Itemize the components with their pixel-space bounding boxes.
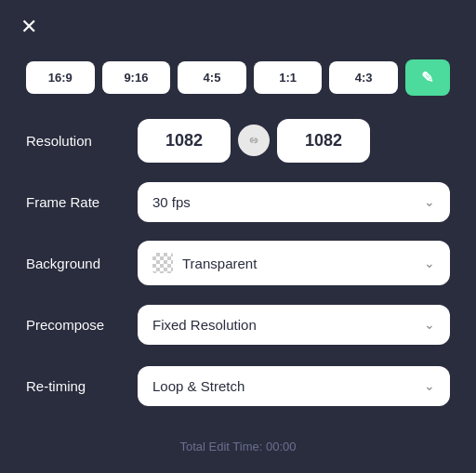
edit-icon: ✎ [421, 69, 433, 86]
background-value: Transparent [182, 256, 257, 271]
settings-panel: ✕ 16:9 9:16 4:5 1:1 4:3 ✎ Resolution 108… [0, 0, 476, 473]
resolution-width-input[interactable]: 1082 [138, 119, 231, 163]
chevron-down-icon: ⌄ [424, 256, 435, 270]
link-icon[interactable] [238, 125, 270, 156]
ar-16-9[interactable]: 16:9 [26, 61, 95, 94]
close-button[interactable]: ✕ [20, 17, 37, 37]
ar-1-1[interactable]: 1:1 [254, 61, 323, 94]
edit-aspect-ratio-button[interactable]: ✎ [405, 59, 450, 96]
chevron-down-icon: ⌄ [424, 378, 435, 393]
frame-rate-value: 30 fps [152, 194, 191, 210]
total-edit-time: Total Edit Time: 00:00 [179, 440, 296, 453]
background-dropdown[interactable]: Transparent ⌄ [138, 241, 450, 285]
aspect-ratio-row: 16:9 9:16 4:5 1:1 4:3 ✎ [26, 59, 450, 96]
frame-rate-label: Frame Rate [26, 194, 138, 210]
resolution-height-input[interactable]: 1082 [277, 119, 370, 163]
close-icon: ✕ [20, 15, 37, 38]
retiming-row: Re-timing Loop & Stretch ⌄ [26, 361, 450, 410]
resolution-row: Resolution 1082 1082 [26, 116, 450, 164]
retiming-label: Re-timing [26, 378, 138, 394]
resolution-group: 1082 1082 [138, 119, 450, 163]
retiming-value: Loop & Stretch [152, 378, 245, 394]
retiming-dropdown[interactable]: Loop & Stretch ⌄ [138, 366, 450, 406]
precompose-value: Fixed Resolution [152, 317, 257, 333]
frame-rate-row: Frame Rate 30 fps ⌄ [26, 177, 450, 226]
footer: Total Edit Time: 00:00 [26, 428, 450, 454]
precompose-dropdown[interactable]: Fixed Resolution ⌄ [138, 305, 450, 345]
background-value-group: Transparent [152, 253, 257, 273]
ar-4-3[interactable]: 4:3 [329, 61, 398, 94]
background-label: Background [26, 256, 138, 271]
chevron-down-icon: ⌄ [424, 194, 435, 209]
precompose-row: Precompose Fixed Resolution ⌄ [26, 300, 450, 348]
transparent-icon [152, 253, 173, 273]
ar-9-16[interactable]: 9:16 [102, 61, 171, 94]
resolution-label: Resolution [26, 133, 138, 149]
background-row: Background Transparent ⌄ [26, 239, 450, 287]
precompose-label: Precompose [26, 317, 138, 333]
frame-rate-dropdown[interactable]: 30 fps ⌄ [138, 182, 450, 222]
chevron-down-icon: ⌄ [424, 317, 435, 332]
ar-4-5[interactable]: 4:5 [178, 61, 246, 94]
